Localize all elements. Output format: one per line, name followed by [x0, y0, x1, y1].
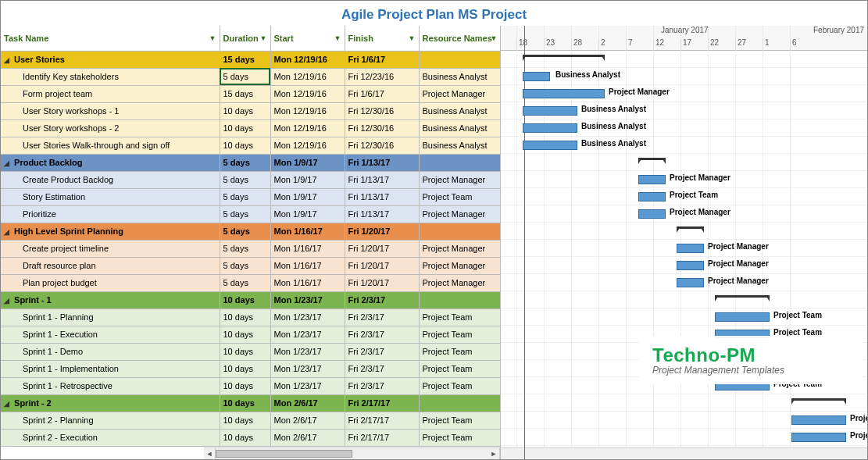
task-cell[interactable]: Project Manager: [419, 274, 501, 291]
task-cell[interactable]: Sprint 1 - Planning: [1, 308, 220, 326]
task-bar[interactable]: [523, 123, 577, 133]
task-cell[interactable]: ◢ Sprint - 2: [1, 394, 220, 412]
table-row[interactable]: Form project team15 daysMon 12/19/16Fri …: [1, 85, 501, 102]
task-cell[interactable]: Mon 12/19/16: [270, 119, 345, 137]
task-cell[interactable]: Sprint 1 - Demo: [1, 343, 220, 360]
dropdown-icon[interactable]: ▼: [209, 34, 216, 42]
summary-row[interactable]: ◢ Sprint - 110 daysMon 1/23/17Fri 2/3/17: [1, 291, 501, 308]
table-row[interactable]: Sprint 2 - Planning10 daysMon 2/6/17Fri …: [1, 412, 501, 429]
gantt-row[interactable]: Project Manager: [501, 85, 867, 102]
dropdown-icon[interactable]: ▼: [491, 34, 498, 42]
table-row[interactable]: User Story workshops - 110 daysMon 12/19…: [1, 102, 501, 119]
task-cell[interactable]: Business Analyst: [419, 102, 501, 119]
scroll-left-icon[interactable]: ◄: [204, 448, 216, 459]
task-cell[interactable]: User Story workshops - 2: [1, 119, 220, 137]
table-row[interactable]: Plan project budget5 daysMon 1/16/17Fri …: [1, 274, 501, 291]
task-cell[interactable]: [419, 291, 501, 308]
task-cell[interactable]: 10 days: [220, 137, 270, 154]
task-cell[interactable]: 5 days: [220, 68, 270, 85]
task-cell[interactable]: Mon 12/19/16: [270, 68, 345, 85]
task-cell[interactable]: Mon 12/19/16: [270, 137, 345, 154]
task-cell[interactable]: Mon 2/6/17: [270, 412, 345, 429]
task-cell[interactable]: 10 days: [220, 291, 270, 308]
task-cell[interactable]: ◢ Sprint - 1: [1, 291, 220, 308]
gantt-row[interactable]: Project Manager: [501, 240, 867, 257]
task-cell[interactable]: Fri 12/30/16: [345, 119, 419, 137]
task-cell[interactable]: Fri 2/3/17: [345, 308, 419, 326]
column-header-resource[interactable]: Resource Names▼: [419, 26, 501, 51]
summary-row[interactable]: ◢ Product Backlog5 daysMon 1/9/17Fri 1/1…: [1, 154, 501, 171]
task-bar[interactable]: [715, 381, 770, 390]
dropdown-icon[interactable]: ▼: [409, 34, 416, 42]
gantt-row[interactable]: Project Team: [501, 188, 867, 205]
table-row[interactable]: Create project timeline5 daysMon 1/16/17…: [1, 240, 501, 257]
task-cell[interactable]: Mon 1/9/17: [270, 188, 345, 205]
task-bar[interactable]: [523, 106, 577, 116]
task-cell[interactable]: Mon 1/9/17: [270, 205, 345, 223]
task-cell[interactable]: Sprint 2 - Execution: [1, 429, 220, 446]
scroll-right-icon[interactable]: ►: [488, 448, 500, 459]
task-cell[interactable]: Mon 1/23/17: [270, 343, 345, 360]
table-row[interactable]: Sprint 1 - Implementation10 daysMon 1/23…: [1, 360, 501, 377]
task-bar[interactable]: [523, 89, 605, 98]
task-cell[interactable]: Fri 1/6/17: [345, 51, 419, 68]
summary-row[interactable]: ◢ Sprint - 210 daysMon 2/6/17Fri 2/17/17: [1, 394, 501, 412]
task-cell[interactable]: Fri 2/17/17: [345, 412, 419, 429]
task-cell[interactable]: 5 days: [220, 274, 270, 291]
task-cell[interactable]: 5 days: [220, 188, 270, 205]
task-cell[interactable]: Project Team: [419, 377, 501, 394]
task-cell[interactable]: Mon 12/19/16: [270, 85, 345, 102]
task-cell[interactable]: Prioritize: [1, 205, 220, 223]
task-cell[interactable]: Project Team: [419, 326, 501, 343]
task-cell[interactable]: Fri 1/20/17: [345, 257, 419, 274]
task-bar[interactable]: [523, 141, 577, 150]
gantt-row[interactable]: Business Analyst: [501, 119, 867, 137]
gantt-row[interactable]: [501, 51, 867, 68]
task-cell[interactable]: Identify Key stakeholders: [1, 68, 220, 85]
task-bar[interactable]: [638, 192, 666, 201]
gantt-row[interactable]: [501, 291, 867, 308]
table-row[interactable]: Draft resource plan5 daysMon 1/16/17Fri …: [1, 257, 501, 274]
gantt-row[interactable]: Business Analyst: [501, 137, 867, 154]
task-cell[interactable]: 5 days: [220, 240, 270, 257]
task-cell[interactable]: Fri 1/20/17: [345, 240, 419, 257]
column-header-task[interactable]: Task Name▼: [1, 26, 220, 51]
collapse-icon[interactable]: ◢: [4, 400, 12, 408]
task-cell[interactable]: Fri 2/3/17: [345, 360, 419, 377]
task-bar[interactable]: [791, 415, 846, 425]
scrollbar-thumb[interactable]: [216, 450, 352, 458]
task-cell[interactable]: 10 days: [220, 326, 270, 343]
table-row[interactable]: Sprint 1 - Demo10 daysMon 1/23/17Fri 2/3…: [1, 343, 501, 360]
task-bar[interactable]: [677, 278, 704, 287]
collapse-icon[interactable]: ◢: [4, 56, 12, 64]
task-cell[interactable]: [419, 51, 501, 68]
horizontal-scrollbar-right[interactable]: [501, 448, 867, 459]
summary-bar[interactable]: [715, 295, 770, 303]
gantt-row[interactable]: Project Team: [501, 308, 867, 326]
task-bar[interactable]: [715, 312, 770, 322]
task-cell[interactable]: 10 days: [220, 343, 270, 360]
gantt-row[interactable]: Project Team: [501, 412, 867, 429]
task-cell[interactable]: 15 days: [220, 51, 270, 68]
task-cell[interactable]: 10 days: [220, 360, 270, 377]
task-cell[interactable]: 10 days: [220, 119, 270, 137]
task-cell[interactable]: 5 days: [220, 257, 270, 274]
summary-row[interactable]: ◢ High Level Sprint Planning5 daysMon 1/…: [1, 223, 501, 240]
summary-bar[interactable]: [791, 398, 846, 406]
task-cell[interactable]: Fri 2/3/17: [345, 343, 419, 360]
gantt-row[interactable]: Project Manager: [501, 205, 867, 223]
task-bar[interactable]: [638, 175, 666, 184]
table-row[interactable]: Story Estimation5 daysMon 1/9/17Fri 1/13…: [1, 188, 501, 205]
task-cell[interactable]: Project Team: [419, 343, 501, 360]
table-row[interactable]: Prioritize5 daysMon 1/9/17Fri 1/13/17Pro…: [1, 205, 501, 223]
collapse-icon[interactable]: ◢: [4, 159, 12, 167]
task-cell[interactable]: Story Estimation: [1, 188, 220, 205]
task-cell[interactable]: Fri 1/20/17: [345, 274, 419, 291]
task-cell[interactable]: Project Team: [419, 188, 501, 205]
collapse-icon[interactable]: ◢: [4, 228, 12, 236]
task-cell[interactable]: Fri 1/20/17: [345, 223, 419, 240]
task-cell[interactable]: Project Team: [419, 308, 501, 326]
task-cell[interactable]: 5 days: [220, 171, 270, 188]
gantt-row[interactable]: Project Manager: [501, 274, 867, 291]
table-row[interactable]: Create Product Backlog5 daysMon 1/9/17Fr…: [1, 171, 501, 188]
